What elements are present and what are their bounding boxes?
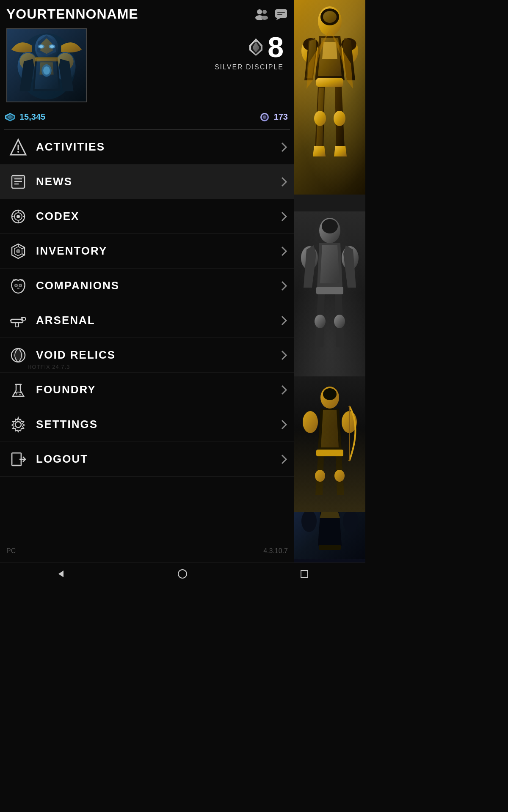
svg-point-102 — [178, 570, 187, 578]
news-label: NEWS — [30, 175, 280, 188]
svg-point-8 — [314, 111, 326, 126]
logout-icon — [9, 450, 27, 468]
menu-list: ACTIVITIES NEWS — [0, 130, 294, 477]
version-label: 4.3.10.7 — [263, 547, 288, 555]
foundry-icon-container — [6, 378, 30, 401]
svg-rect-89 — [15, 323, 19, 327]
avatar — [7, 29, 86, 102]
foundry-chevron — [280, 384, 288, 396]
settings-icon-container — [6, 413, 30, 436]
inventory-icon-container — [6, 239, 30, 263]
activities-label: ACTIVITIES — [30, 140, 280, 154]
svg-rect-14 — [316, 287, 343, 294]
nav-recent-button[interactable] — [296, 565, 313, 582]
platform-label: PC — [6, 547, 16, 555]
svg-point-16 — [334, 315, 345, 328]
activities-icon — [9, 138, 27, 156]
currency-row: 15,345 173 — [0, 109, 294, 125]
svg-rect-100 — [13, 454, 20, 465]
news-icon — [9, 173, 27, 191]
menu-item-news[interactable]: NEWS — [0, 165, 294, 199]
void-relics-chevron — [280, 349, 288, 361]
logout-label: LOGOUT — [30, 453, 280, 466]
news-icon-container — [6, 170, 30, 193]
chat-icon[interactable] — [274, 8, 288, 20]
arsenal-icon — [9, 312, 27, 329]
svg-point-59 — [263, 115, 266, 119]
svg-point-97 — [15, 422, 21, 428]
mastery-icon — [246, 38, 265, 57]
credits-amount: 15,345 — [19, 112, 45, 122]
credits-icon — [4, 112, 16, 122]
arsenal-chevron — [280, 315, 288, 326]
activities-icon-container — [6, 135, 30, 159]
menu-item-foundry[interactable]: FOUNDRY — [0, 373, 294, 407]
logout-icon-container — [6, 447, 30, 471]
menu-item-logout[interactable]: LOGOUT — [0, 442, 294, 477]
arsenal-label: ARSENAL — [30, 314, 280, 327]
inventory-icon — [9, 242, 27, 260]
foundry-label: FOUNDRY — [30, 383, 280, 396]
svg-rect-35 — [277, 12, 285, 13]
inventory-chevron — [280, 245, 288, 257]
svg-point-42 — [39, 45, 43, 48]
platinum-amount: 173 — [274, 112, 288, 122]
main-content: YOURTENNONAME — [0, 0, 294, 584]
menu-item-activities[interactable]: ACTIVITIES — [0, 130, 294, 165]
panel-warframe-gold — [294, 0, 365, 195]
svg-point-83 — [15, 285, 17, 286]
void-relics-label: VOID RELICS — [30, 348, 280, 362]
nav-bar — [0, 562, 365, 584]
companions-chevron — [280, 280, 288, 292]
rank-section: 8 SILVER DISCIPLE — [87, 33, 288, 71]
menu-item-companions[interactable]: COMPANIONS — [0, 269, 294, 303]
svg-rect-21 — [316, 450, 343, 456]
inventory-label: INVENTORY — [30, 244, 280, 258]
panel-gap — [294, 195, 365, 211]
svg-point-22 — [315, 470, 325, 482]
svg-point-23 — [334, 470, 345, 482]
svg-point-49 — [43, 66, 50, 75]
svg-marker-34 — [276, 18, 281, 20]
svg-rect-36 — [277, 14, 282, 15]
menu-item-settings[interactable]: SETTINGS — [0, 407, 294, 442]
activities-chevron — [280, 141, 288, 153]
avatar-container — [6, 28, 87, 102]
codex-label: CODEX — [30, 210, 280, 223]
hotfix-text: HOTFIX 24.7.3 — [28, 364, 293, 370]
news-chevron — [280, 176, 288, 188]
svg-point-96 — [19, 394, 21, 395]
svg-point-32 — [261, 16, 268, 20]
svg-rect-7 — [316, 78, 343, 87]
svg-point-43 — [50, 45, 54, 48]
nav-back-button[interactable] — [52, 565, 69, 582]
platinum-icon — [259, 112, 271, 122]
menu-item-arsenal[interactable]: ARSENAL — [0, 303, 294, 338]
svg-rect-67 — [13, 176, 24, 178]
svg-rect-103 — [301, 571, 308, 577]
platinum-item: 173 — [259, 112, 288, 122]
header-icons — [254, 6, 288, 20]
settings-label: SETTINGS — [30, 418, 280, 431]
svg-point-29 — [257, 9, 262, 14]
codex-chevron — [280, 211, 288, 222]
menu-item-codex[interactable]: CODEX — [0, 199, 294, 234]
right-panels — [294, 0, 365, 584]
group-icon[interactable] — [254, 8, 268, 20]
svg-point-95 — [16, 393, 17, 395]
menu-item-inventory[interactable]: INVENTORY — [0, 234, 294, 269]
codex-icon-container — [6, 205, 30, 228]
nav-home-button[interactable] — [174, 565, 191, 582]
settings-chevron — [280, 419, 288, 431]
svg-point-77 — [16, 249, 20, 253]
rank-display: 8 — [246, 33, 284, 61]
svg-marker-101 — [58, 571, 64, 577]
rank-title: SILVER DISCIPLE — [215, 63, 284, 71]
logout-chevron — [280, 453, 288, 465]
arsenal-icon-container — [6, 309, 30, 332]
void-relics-icon — [9, 346, 27, 364]
credits-item: 15,345 — [4, 112, 45, 122]
rank-number: 8 — [268, 33, 284, 61]
footer: PC 4.3.10.7 — [0, 543, 294, 559]
svg-rect-28 — [319, 545, 341, 550]
